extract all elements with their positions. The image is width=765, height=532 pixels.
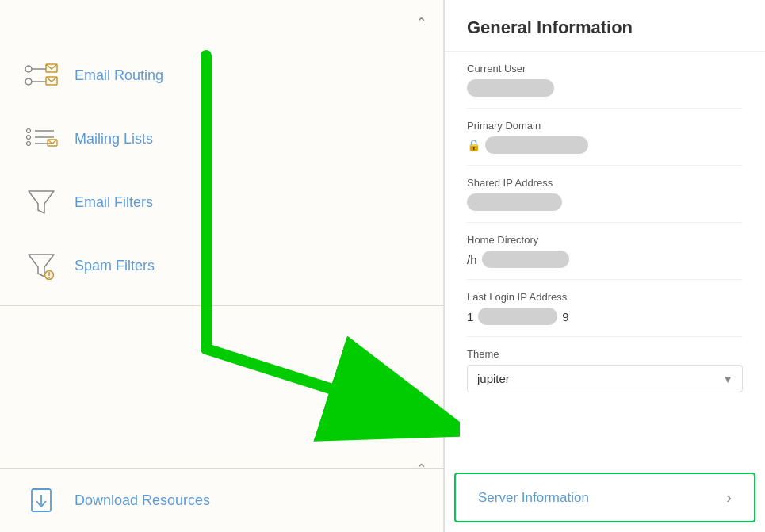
svg-point-18 (48, 277, 50, 279)
spam-filters-icon (24, 248, 59, 283)
home-dir-prefix: /h (467, 253, 477, 266)
primary-domain-label: Primary Domain (467, 120, 743, 132)
theme-label: Theme (467, 348, 743, 360)
svg-point-9 (27, 129, 31, 133)
main-container: ⌃ (0, 0, 765, 532)
sidebar-item-label-email-routing: Email Routing (75, 67, 163, 84)
home-directory-field: Home Directory /h (467, 223, 743, 280)
home-directory-label: Home Directory (467, 234, 743, 246)
sidebar-item-spam-filters[interactable]: Spam Filters (0, 234, 443, 297)
sidebar-bottom-label: Download Resources (75, 492, 210, 509)
primary-domain-value: 🔒 (467, 136, 743, 154)
nav-list: Email Routing Mailing List (0, 0, 443, 297)
server-info-chevron-icon: › (726, 488, 732, 507)
general-info-header: General Information (445, 0, 765, 52)
last-login-prefix: 1 (467, 310, 473, 323)
info-section: Current User Primary Domain 🔒 Shared IP … (445, 52, 765, 466)
shared-ip-value (467, 193, 743, 211)
home-directory-value: /h (467, 251, 743, 268)
primary-domain-redacted (485, 136, 588, 154)
left-panel: ⌃ (0, 0, 444, 532)
svg-point-0 (25, 66, 32, 72)
server-information-row[interactable]: Server Information › (454, 473, 755, 522)
current-user-value (467, 79, 743, 97)
sidebar-item-label-spam-filters: Spam Filters (75, 258, 155, 274)
last-login-suffix: 9 (562, 310, 568, 323)
theme-field: Theme jupiter paper_lantern x3 ▼ (467, 337, 743, 404)
svg-marker-13 (29, 191, 54, 213)
last-login-ip-field: Last Login IP Address 1 9 (467, 280, 743, 337)
sidebar-item-label-email-filters: Email Filters (75, 194, 153, 211)
svg-point-10 (27, 136, 31, 140)
svg-point-1 (25, 78, 32, 85)
server-info-label: Server Information (478, 490, 589, 506)
current-user-field: Current User (467, 52, 743, 109)
theme-select[interactable]: jupiter paper_lantern x3 (467, 365, 743, 392)
svg-point-11 (27, 142, 31, 146)
shared-ip-redacted (467, 193, 562, 211)
collapse-top-button[interactable]: ⌃ (415, 14, 427, 32)
download-icon (24, 483, 59, 518)
sidebar-item-email-filters[interactable]: Email Filters (0, 170, 443, 234)
theme-select-wrapper: jupiter paper_lantern x3 ▼ (467, 365, 743, 392)
sidebar-item-download-resources[interactable]: Download Resources (0, 468, 443, 532)
last-login-redacted (478, 308, 557, 325)
separator (0, 305, 443, 306)
home-dir-redacted (482, 251, 569, 268)
shared-ip-label: Shared IP Address (467, 177, 743, 189)
email-filters-icon (24, 185, 59, 220)
sidebar-item-label-mailing-lists: Mailing Lists (75, 131, 153, 147)
right-panel: General Information Current User Primary… (444, 0, 765, 532)
sidebar-item-mailing-lists[interactable]: Mailing Lists (0, 107, 443, 170)
last-login-ip-value: 1 9 (467, 308, 743, 325)
sidebar-item-email-routing[interactable]: Email Routing (0, 44, 443, 107)
primary-domain-field: Primary Domain 🔒 (467, 109, 743, 166)
current-user-label: Current User (467, 63, 743, 75)
current-user-redacted (467, 79, 554, 97)
mailing-lists-icon (24, 121, 59, 156)
last-login-ip-label: Last Login IP Address (467, 291, 743, 303)
shared-ip-field: Shared IP Address (467, 166, 743, 223)
general-info-title: General Information (467, 17, 743, 38)
routing-icon (24, 58, 59, 93)
lock-icon: 🔒 (467, 139, 480, 151)
